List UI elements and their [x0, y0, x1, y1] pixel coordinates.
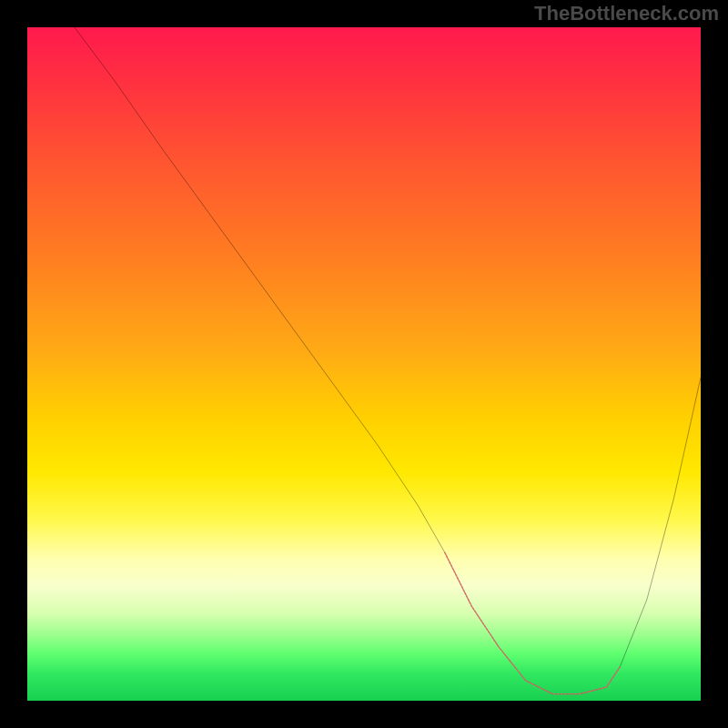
plot-area — [27, 27, 701, 701]
watermark-text: TheBottleneck.com — [534, 2, 719, 25]
bottleneck-curve-line — [75, 27, 701, 694]
chart-svg — [27, 27, 701, 701]
accent-segment-line — [445, 552, 620, 693]
